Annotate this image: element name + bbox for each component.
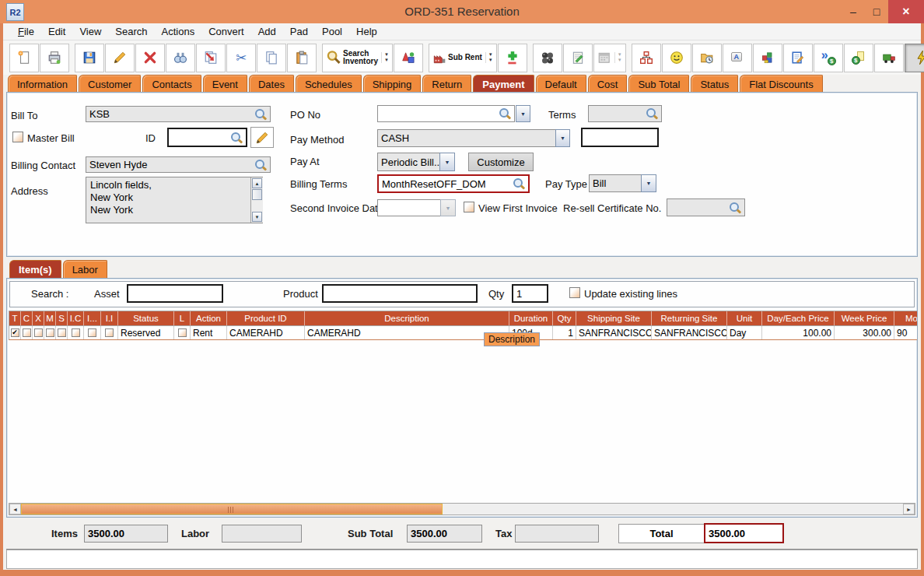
po-no-dropdown-button[interactable]: ▼: [516, 105, 530, 122]
scroll-thumb[interactable]: [21, 504, 443, 515]
horizontal-scrollbar[interactable]: ◄ ►: [9, 503, 915, 515]
checkbox[interactable]: [23, 328, 31, 337]
tab-dates[interactable]: Dates: [249, 75, 294, 93]
checkbox[interactable]: [58, 328, 66, 337]
lookup-icon[interactable]: [254, 108, 267, 121]
col-header[interactable]: L: [174, 311, 191, 325]
update-existing-lines-checkbox[interactable]: [569, 287, 580, 298]
menu-help[interactable]: Help: [349, 26, 384, 37]
second-invoice-date-field[interactable]: [377, 199, 441, 216]
col-header[interactable]: Returning Site: [652, 311, 727, 325]
tab-shipping[interactable]: Shipping: [363, 75, 422, 93]
address-scrollbar[interactable]: ▲ ▼: [250, 177, 263, 223]
col-header[interactable]: I.I: [101, 311, 118, 325]
edit-button[interactable]: [105, 44, 135, 72]
checkbox[interactable]: [34, 328, 43, 337]
maximize-button[interactable]: □: [865, 0, 888, 23]
notes-button[interactable]: [563, 44, 593, 72]
close-button[interactable]: ×: [888, 0, 924, 23]
checkbox[interactable]: [88, 328, 96, 337]
terms-field[interactable]: [588, 105, 662, 122]
scroll-right-button[interactable]: ►: [903, 504, 915, 515]
blocks-button[interactable]: [753, 44, 782, 72]
address-field[interactable]: Lincoln fields, New York New York: [86, 177, 263, 223]
scroll-down-button[interactable]: ▼: [252, 212, 262, 222]
edit-id-button[interactable]: [250, 127, 274, 148]
lookup-icon[interactable]: [254, 159, 267, 171]
sub-rent-button[interactable]: Sub Rent ▼▼: [429, 44, 497, 72]
col-header[interactable]: S: [56, 311, 68, 325]
menu-search[interactable]: Search: [108, 26, 154, 37]
pay-method-combo[interactable]: CASH: [377, 129, 556, 147]
col-header[interactable]: X: [33, 311, 44, 325]
save-button[interactable]: [75, 44, 104, 72]
quick-actions-button[interactable]: [905, 44, 924, 72]
col-header[interactable]: I.C: [68, 311, 84, 325]
col-header[interactable]: Status: [118, 311, 174, 325]
bill-to-field[interactable]: KSB: [86, 106, 271, 122]
menu-view[interactable]: View: [72, 26, 108, 37]
lookup-icon[interactable]: [512, 177, 525, 190]
checkbox[interactable]: [105, 328, 114, 337]
tab-contacts[interactable]: Contacts: [142, 75, 201, 93]
scroll-left-button[interactable]: ◄: [9, 504, 21, 515]
paste-button[interactable]: [287, 44, 317, 72]
tab-information[interactable]: Information: [8, 75, 77, 93]
tab-status[interactable]: Status: [691, 75, 738, 93]
history-folder-button[interactable]: [692, 44, 722, 72]
asset-input[interactable]: [127, 284, 223, 303]
cut-button[interactable]: ✂: [226, 44, 256, 72]
scroll-up-button[interactable]: ▲: [252, 178, 262, 188]
billing-list-button[interactable]: $: [844, 44, 873, 72]
view-first-invoice-checkbox[interactable]: [464, 202, 474, 212]
new-document-button[interactable]: [9, 44, 39, 72]
hierarchy-button[interactable]: [632, 44, 661, 72]
col-header[interactable]: Month: [894, 311, 917, 325]
scroll-thumb[interactable]: [252, 189, 262, 200]
billing-terms-field[interactable]: MonthResetOFF_DOM: [377, 174, 530, 193]
lookup-icon[interactable]: [645, 107, 658, 120]
pay-at-dropdown-button[interactable]: ▼: [439, 153, 455, 171]
print-button[interactable]: [40, 44, 69, 72]
copy-button[interactable]: [257, 44, 286, 72]
find-button[interactable]: [166, 44, 195, 72]
pay-method-detail-field[interactable]: [581, 128, 659, 147]
col-header[interactable]: Qty: [553, 311, 576, 325]
col-header[interactable]: Description: [305, 311, 509, 325]
menu-file[interactable]: File: [11, 26, 41, 37]
smiley-button[interactable]: [662, 44, 691, 72]
col-header[interactable]: I...: [84, 311, 101, 325]
col-header[interactable]: Day/Each Price: [762, 311, 835, 325]
group-button[interactable]: [533, 44, 562, 72]
lookup-icon[interactable]: [498, 107, 511, 120]
tab-labor[interactable]: Labor: [63, 260, 107, 278]
pay-at-combo[interactable]: Periodic Bill...: [377, 153, 440, 171]
menu-actions[interactable]: Actions: [155, 26, 202, 37]
col-header[interactable]: M: [44, 311, 56, 325]
tab-sub-total[interactable]: Sub Total: [628, 75, 689, 93]
shortcut-key-button[interactable]: A: [723, 44, 752, 72]
customize-button[interactable]: Customize: [468, 153, 534, 171]
delete-button[interactable]: [135, 44, 165, 72]
col-header[interactable]: Action: [191, 311, 227, 325]
menu-pool[interactable]: Pool: [315, 26, 349, 37]
pay-type-dropdown-button[interactable]: ▼: [641, 174, 656, 192]
po-no-field[interactable]: [377, 105, 515, 122]
tab-customer[interactable]: Customer: [79, 75, 141, 93]
shapes-button[interactable]: [394, 44, 423, 72]
menu-pad[interactable]: Pad: [283, 26, 315, 37]
send-invoice-button[interactable]: »$: [814, 44, 843, 72]
minimize-button[interactable]: –: [842, 0, 865, 23]
checkbox[interactable]: [72, 328, 80, 337]
tab-items[interactable]: Item(s): [9, 260, 61, 278]
tab-payment[interactable]: Payment: [473, 75, 534, 93]
col-header[interactable]: C: [21, 311, 33, 325]
menu-convert[interactable]: Convert: [201, 26, 251, 37]
table-row[interactable]: ✔ Reserved Rent CAMERAHD CAMERAHD 100d 1…: [9, 326, 917, 340]
tab-cost[interactable]: Cost: [588, 75, 628, 93]
menu-add[interactable]: Add: [251, 26, 283, 37]
sub-rent-dropdown[interactable]: ▼▼: [485, 52, 493, 63]
tab-return[interactable]: Return: [422, 75, 471, 93]
tab-event[interactable]: Event: [203, 75, 247, 93]
col-header[interactable]: Unit: [727, 311, 762, 325]
